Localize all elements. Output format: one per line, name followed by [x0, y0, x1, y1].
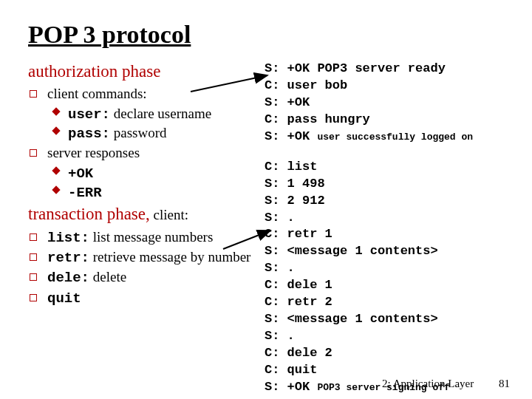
bullet-ok: +OK	[65, 164, 257, 183]
bullet-dele: dele: delete	[41, 268, 257, 287]
session-line: C: retr 1	[265, 226, 511, 243]
cmd: pass:	[68, 126, 110, 142]
session-line: C: user bob	[265, 78, 511, 95]
session-line: C: quit	[265, 362, 511, 379]
text: delete	[89, 269, 126, 284]
bullet-err: -ERR	[65, 183, 257, 202]
bullet-server-responses: server responses +OK -ERR	[41, 144, 257, 202]
session-line: C: dele 1	[265, 277, 511, 294]
session-line: C: list	[265, 159, 511, 176]
cmd: quit	[47, 290, 81, 307]
slide-title: POP 3 protocol	[28, 21, 511, 49]
cmd: -ERR	[68, 185, 102, 201]
bullet-list: list: list message numbers	[41, 228, 257, 247]
footer-label: 2: Application Layer	[382, 378, 474, 389]
session-line: C: dele 2	[265, 345, 511, 362]
bullet-user: user: declare username	[65, 105, 257, 123]
cmd: +OK	[68, 166, 93, 182]
bullet-quit: quit	[41, 289, 257, 307]
text: client commands:	[47, 86, 147, 101]
text: server responses	[47, 145, 140, 160]
session-transaction: C: listS: 1 498S: 2 912S: .C: retr 1S: <…	[265, 159, 511, 396]
subhead-authorization: authorization phase	[28, 61, 257, 82]
left-column: authorization phase client commands: use…	[28, 59, 257, 396]
session-line: S: .	[265, 260, 511, 277]
text: declare username	[110, 106, 211, 121]
session-line: S: +OK user successfully logged on	[265, 129, 511, 146]
bullet-client-commands: client commands: user: declare username …	[41, 85, 257, 143]
session-line: C: retr 2	[265, 294, 511, 311]
session-line: S: 1 498	[265, 176, 511, 193]
bullet-pass: pass: password	[65, 124, 257, 143]
session-line: S: <message 1 contents>	[265, 243, 511, 260]
text: list message numbers	[89, 229, 213, 245]
text: retrieve message by number	[89, 249, 250, 265]
page-number: 81	[499, 378, 510, 390]
text: transaction phase,	[28, 205, 150, 223]
session-line: S: +OK POP3 server ready	[265, 61, 511, 78]
session-line: S: 2 912	[265, 193, 511, 210]
cmd: user:	[68, 106, 110, 123]
session-line: C: pass hungry	[265, 112, 511, 129]
session-line: S: .	[265, 210, 511, 227]
right-column: S: +OK POP3 server readyC: user bobS: +O…	[265, 59, 511, 396]
session-line: S: <message 1 contents>	[265, 311, 511, 328]
text: client:	[150, 207, 188, 222]
subhead-transaction: transaction phase, client:	[28, 203, 257, 225]
session-line: S: .	[265, 328, 511, 345]
slide-footer: 2: Application Layer 81	[382, 378, 510, 390]
session-line: S: +OK	[265, 95, 511, 112]
text: password	[110, 125, 167, 140]
bullet-retr: retr: retrieve message by number	[41, 248, 257, 267]
cmd: dele:	[47, 270, 89, 286]
cmd: retr:	[47, 250, 89, 266]
cmd: list:	[47, 230, 89, 246]
session-auth: S: +OK POP3 server readyC: user bobS: +O…	[265, 61, 511, 146]
